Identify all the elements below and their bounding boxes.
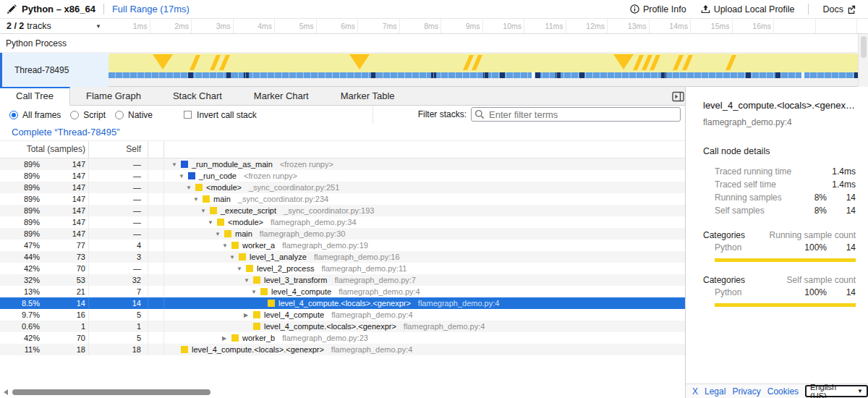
expand-open-icon[interactable]: ▼ — [213, 231, 224, 237]
language-select[interactable]: English (US) ▼ — [805, 385, 868, 397]
footer-link-legal[interactable]: Legal — [705, 386, 726, 397]
tab-marker-table[interactable]: Marker Table — [325, 87, 411, 105]
filter-stacks-group: Filter stacks: — [418, 107, 681, 122]
table-row[interactable]: 42%705▶worker_bflamegraph_demo.py:23 — [0, 332, 685, 344]
ruler-tick-label: 8ms — [424, 22, 441, 30]
table-row[interactable]: 11%1818level_4_compute.<locals>.<genexpr… — [0, 344, 685, 355]
detail-percent: 8% — [796, 206, 827, 216]
expand-open-icon[interactable]: ▼ — [242, 277, 253, 284]
radio-script[interactable]: Script — [70, 110, 106, 120]
ruler-tick-label: 5ms — [299, 22, 316, 30]
tracks-scrollbar[interactable] — [858, 34, 868, 87]
cell-icon — [148, 286, 164, 297]
timeline-ruler: 2 / 2 tracks ▼ 1ms2ms3ms4ms5ms6ms7ms8ms9… — [0, 19, 868, 34]
total-percent: 89% — [0, 183, 40, 192]
expand-open-icon[interactable]: ▼ — [192, 196, 203, 203]
expand-open-icon[interactable]: ▼ — [206, 219, 217, 226]
function-name: worker_a — [242, 241, 275, 250]
tab-call-tree[interactable]: Call Tree — [0, 87, 70, 106]
table-row[interactable]: 47%774▼worker_aflamegraph_demo.py:19 — [0, 240, 685, 251]
table-row[interactable]: 13%217▼level_4_computeflamegraph_demo.py… — [0, 286, 685, 297]
edit-pencil-icon[interactable] — [7, 4, 17, 14]
ruler-tick: 11ms — [524, 19, 566, 33]
tracks-scrollbar-thumb[interactable] — [861, 36, 867, 58]
filter-stacks-input[interactable] — [471, 107, 681, 122]
category-square-icon — [239, 253, 246, 261]
cell-tree: ▼<module>flamegraph_demo.py:34 — [164, 216, 685, 228]
horizontal-scrollbar-thumb[interactable] — [12, 389, 210, 395]
tab-stack-chart[interactable]: Stack Chart — [157, 87, 238, 105]
radio-all-frames[interactable]: All frames — [9, 110, 61, 120]
category-row: Python100%14 — [703, 241, 856, 254]
cell-icon — [148, 321, 164, 332]
table-row[interactable]: 89%147—▼<module>flamegraph_demo.py:34 — [0, 216, 685, 228]
table-row[interactable]: 89%147—▼<module>_sync_coordinator.py:251 — [0, 182, 685, 193]
tracks-dropdown[interactable]: 2 / 2 tracks ▼ — [0, 19, 109, 33]
samples-strip[interactable] — [109, 72, 858, 78]
docs-label: Docs — [823, 4, 843, 14]
category-header-sub: Self sample count — [745, 275, 856, 285]
detail-value: 1.4ms — [827, 179, 856, 190]
expand-open-icon[interactable]: ▼ — [177, 173, 188, 179]
activity-graph-canvas[interactable] — [109, 54, 858, 72]
tab-marker-chart[interactable]: Marker Chart — [238, 87, 325, 105]
footer-link-x[interactable]: X — [692, 386, 698, 397]
breadcrumb[interactable]: Complete “Thread-78495” — [0, 124, 120, 141]
footer-link-cookies[interactable]: Cookies — [767, 386, 799, 397]
function-name: worker_b — [242, 334, 275, 342]
ruler-tick-label: 2ms — [174, 22, 191, 30]
profile-info-button[interactable]: Profile Info — [630, 4, 686, 14]
column-header-total[interactable]: Total (samples) — [0, 141, 89, 158]
expand-closed-icon[interactable]: ▶ — [221, 335, 231, 342]
expand-open-icon[interactable]: ▼ — [221, 242, 231, 249]
scroll-left-arrow-icon[interactable] — [4, 389, 8, 395]
expand-open-icon[interactable]: ▼ — [235, 266, 246, 272]
invert-call-stack-checkbox[interactable]: Invert call stack — [184, 110, 257, 120]
sidebar-details-list: Traced running time1.4msTraced self time… — [703, 165, 856, 217]
tabs-container: Call TreeFlame GraphStack ChartMarker Ch… — [0, 87, 411, 105]
table-row[interactable]: 44%733▼level_1_analyzeflamegraph_demo.py… — [0, 251, 685, 263]
cell-icon — [148, 158, 164, 170]
detail-label: Traced running time — [703, 166, 796, 177]
cell-self: — — [89, 263, 148, 274]
table-row[interactable]: 89%147—▼mainflamegraph_demo.py:30 — [0, 228, 685, 240]
table-row[interactable]: 0.6%11level_4_compute.<locals>.<genexpr>… — [0, 321, 685, 332]
table-row[interactable]: 89%147—▼_run_module_as_main<frozen runpy… — [0, 158, 685, 170]
table-row[interactable]: 9.7%165▶level_4_computeflamegraph_demo.p… — [0, 309, 685, 321]
file-location: flamegraph_demo.py:4 — [331, 310, 413, 319]
category-square-icon — [231, 334, 239, 342]
ruler-tick-label: 1ms — [133, 22, 150, 30]
cell-icon — [148, 228, 164, 240]
column-header-self[interactable]: Self — [89, 141, 148, 158]
horizontal-scrollbar[interactable] — [0, 388, 685, 397]
radio-native[interactable]: Native — [115, 110, 153, 120]
full-range-link[interactable]: Full Range (17ms) — [112, 4, 190, 14]
table-row[interactable]: 8.5%1414level_4_compute.<locals>.<genexp… — [0, 297, 685, 309]
expand-open-icon[interactable]: ▼ — [250, 289, 260, 295]
table-row[interactable]: 89%147—▼_execute_script_sync_coordinator… — [0, 205, 685, 216]
total-samples: 73 — [40, 253, 88, 261]
upload-profile-button[interactable]: Upload Local Profile — [701, 4, 795, 14]
ruler-tick: 5ms — [275, 19, 317, 33]
docs-link[interactable]: Docs — [823, 4, 859, 14]
category-square-icon — [260, 288, 268, 295]
process-track-header[interactable]: Python Process — [0, 34, 868, 53]
cell-icon — [148, 344, 164, 355]
sidebar-toggle-button[interactable] — [671, 90, 685, 103]
expand-open-icon[interactable]: ▼ — [170, 161, 181, 168]
table-row[interactable]: 42%70—▼level_2_processflamegraph_demo.py… — [0, 263, 685, 274]
expand-closed-icon[interactable]: ▶ — [242, 312, 253, 318]
expand-open-icon[interactable]: ▼ — [184, 185, 195, 191]
table-row[interactable]: 89%147—▼_run_code<frozen runpy> — [0, 170, 685, 182]
thread-track-header[interactable]: Thread-78495 — [0, 53, 109, 87]
file-location: flamegraph_demo.py:23 — [282, 334, 368, 342]
cell-tree: ▼level_4_computeflamegraph_demo.py:4 — [164, 286, 685, 297]
tab-flame-graph[interactable]: Flame Graph — [70, 87, 157, 105]
cell-total: 89%147 — [0, 182, 89, 193]
footer-link-privacy[interactable]: Privacy — [732, 386, 760, 397]
expand-open-icon[interactable]: ▼ — [228, 254, 239, 261]
table-row[interactable]: 32%5332▼level_3_transformflamegraph_demo… — [0, 274, 685, 286]
expand-open-icon[interactable]: ▼ — [199, 208, 210, 214]
category-name: Python — [703, 242, 796, 253]
table-row[interactable]: 89%147—▼main_sync_coordinator.py:234 — [0, 193, 685, 205]
